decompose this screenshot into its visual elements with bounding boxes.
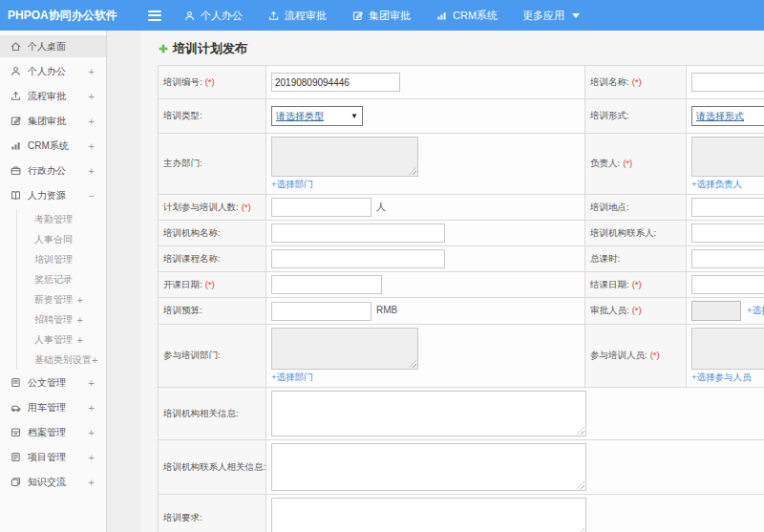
sidebar-subitem[interactable]: 薪资管理+ bbox=[17, 289, 106, 309]
field-label: 培训机构联系人相关信息: bbox=[163, 461, 265, 472]
sidebar-subitem-label: 考勤管理 bbox=[34, 213, 73, 226]
field-label-cell: 培训形式: bbox=[585, 99, 687, 134]
field-cell bbox=[266, 221, 585, 246]
topnav-item[interactable]: 更多应用 bbox=[510, 0, 592, 31]
expand-icon: + bbox=[89, 452, 95, 463]
sidebar-subitem[interactable]: 奖惩记录 bbox=[17, 269, 106, 289]
resize-handle[interactable] bbox=[577, 481, 584, 489]
field-cell bbox=[266, 388, 764, 440]
sidebar-item[interactable]: CRM系统+ bbox=[0, 135, 106, 157]
field-cell: 请选择类型▼ bbox=[266, 99, 585, 134]
text-input[interactable] bbox=[271, 223, 445, 243]
field-label-cell: 培训机构相关信息: bbox=[159, 388, 266, 440]
select-field[interactable]: 请选择类型▼ bbox=[271, 106, 363, 126]
text-input[interactable] bbox=[691, 275, 764, 294]
field-cell: 人 bbox=[266, 195, 585, 221]
sidebar-item-label: 公文管理 bbox=[28, 376, 66, 390]
sidebar-subitem[interactable]: 考勤管理 bbox=[17, 209, 106, 229]
form-row: 培训要求: bbox=[159, 495, 764, 532]
user-icon bbox=[183, 10, 196, 22]
briefcase-icon bbox=[10, 164, 22, 177]
text-input[interactable] bbox=[691, 198, 764, 217]
resize-handle[interactable] bbox=[409, 360, 416, 368]
picker-link[interactable]: +选择部门 bbox=[271, 372, 313, 384]
topnav-item[interactable]: 流程审批 bbox=[255, 0, 339, 31]
sidebar-item[interactable]: 公文管理+ bbox=[0, 372, 106, 394]
topnav-item[interactable]: 个人办公 bbox=[171, 0, 255, 31]
textarea-field[interactable] bbox=[271, 391, 586, 436]
topbar: PHPOA协同办公软件 个人办公流程审批集团审批CRM系统更多应用 bbox=[0, 0, 764, 31]
field-label: 培训形式: bbox=[590, 110, 629, 120]
text-input[interactable] bbox=[691, 249, 764, 268]
sidebar-item[interactable]: 用车管理+ bbox=[0, 396, 106, 418]
resize-handle[interactable] bbox=[577, 427, 584, 435]
sidebar-subitem[interactable]: 基础类别设置+ bbox=[17, 350, 106, 370]
field-label-cell: 审批人员:(*) bbox=[585, 298, 687, 325]
textarea-field[interactable] bbox=[271, 137, 418, 177]
topnav-label: 更多应用 bbox=[522, 9, 564, 23]
textarea-field[interactable] bbox=[691, 328, 764, 370]
form-row: 主办部门:+选择部门负责人:(*)+选择负责人 bbox=[159, 134, 764, 195]
expand-icon: + bbox=[89, 66, 95, 77]
sidebar-item[interactable]: 个人桌面 bbox=[0, 35, 106, 57]
textarea-field[interactable] bbox=[691, 137, 764, 177]
text-input[interactable] bbox=[271, 198, 371, 217]
select-value: 请选择形式 bbox=[696, 110, 744, 123]
resize-handle[interactable] bbox=[409, 167, 416, 175]
text-input[interactable] bbox=[691, 73, 764, 92]
field-label-cell: 培训地点: bbox=[585, 195, 687, 221]
text-input[interactable] bbox=[271, 302, 371, 321]
sidebar-subitem-label: 招聘管理 bbox=[34, 313, 73, 327]
field-label-cell: 培训机构联系人相关信息: bbox=[159, 440, 266, 495]
sidebar-item-label: 个人桌面 bbox=[28, 40, 66, 53]
textarea-field[interactable] bbox=[271, 328, 418, 370]
sidebar-item[interactable]: 项目管理+ bbox=[0, 446, 106, 468]
picker-link[interactable]: +选择部门 bbox=[271, 179, 313, 191]
sidebar-item[interactable]: 档案管理+ bbox=[0, 421, 106, 443]
chart-icon bbox=[435, 10, 448, 22]
sidebar-item[interactable]: 集团审批+ bbox=[0, 110, 106, 132]
archive-icon bbox=[10, 426, 22, 438]
dropdown-arrow-icon: ▼ bbox=[350, 112, 358, 120]
sidebar-subitem[interactable]: 人事管理+ bbox=[17, 330, 106, 350]
text-input[interactable] bbox=[691, 223, 764, 243]
picker-link[interactable]: +选择审批人员 bbox=[747, 305, 764, 317]
field-label-cell: 结课日期:(*) bbox=[585, 272, 687, 298]
topnav-item[interactable]: 集团审批 bbox=[339, 0, 423, 31]
sidebar-subitem-label: 奖惩记录 bbox=[34, 273, 73, 287]
field-label: 参与培训人员: bbox=[590, 350, 647, 360]
sidebar-item[interactable]: 人力资源− bbox=[0, 184, 106, 206]
field-label-cell: 参与培训部门: bbox=[159, 325, 266, 388]
sidebar-item[interactable]: 个人办公+ bbox=[0, 60, 106, 82]
expand-icon: + bbox=[89, 116, 95, 127]
picker-link[interactable]: +选择负责人 bbox=[691, 179, 742, 191]
field-label: 开课日期: bbox=[163, 279, 202, 289]
field-label-cell: 开课日期:(*) bbox=[159, 272, 266, 298]
sidebar-item-label: 项目管理 bbox=[28, 451, 66, 464]
edit-icon bbox=[10, 115, 22, 127]
doc-icon bbox=[10, 376, 22, 389]
picker-link[interactable]: +选择参与人员 bbox=[691, 372, 752, 384]
sidebar-subitem[interactable]: 招聘管理+ bbox=[17, 309, 106, 330]
caret-down-icon bbox=[572, 13, 580, 18]
text-input[interactable] bbox=[271, 275, 382, 294]
select-field[interactable]: 请选择形式▼ bbox=[691, 106, 764, 126]
text-input[interactable] bbox=[271, 249, 445, 268]
sidebar-item[interactable]: 行政办公+ bbox=[0, 160, 106, 181]
hamburger-menu-icon[interactable] bbox=[148, 11, 161, 21]
chat-icon bbox=[10, 476, 22, 488]
sidebar-subitem[interactable]: 人事合同 bbox=[17, 229, 106, 249]
sidebar-item[interactable]: 知识交流+ bbox=[0, 471, 106, 493]
field-cell bbox=[687, 272, 764, 298]
sidebar-item[interactable]: 流程审批+ bbox=[0, 85, 106, 107]
topnav-item[interactable]: CRM系统 bbox=[423, 0, 510, 31]
textarea-field[interactable] bbox=[271, 498, 586, 532]
field-label: 审批人员: bbox=[590, 305, 629, 315]
picker-field[interactable] bbox=[691, 301, 741, 321]
text-input[interactable] bbox=[271, 73, 400, 92]
app-logo: PHPOA协同办公软件 bbox=[0, 8, 140, 24]
sidebar-subitem[interactable]: 培训管理 bbox=[17, 249, 106, 269]
resize-handle[interactable] bbox=[577, 528, 584, 532]
textarea-field[interactable] bbox=[271, 443, 586, 491]
field-label-cell: 参与培训人员:(*) bbox=[585, 325, 687, 388]
